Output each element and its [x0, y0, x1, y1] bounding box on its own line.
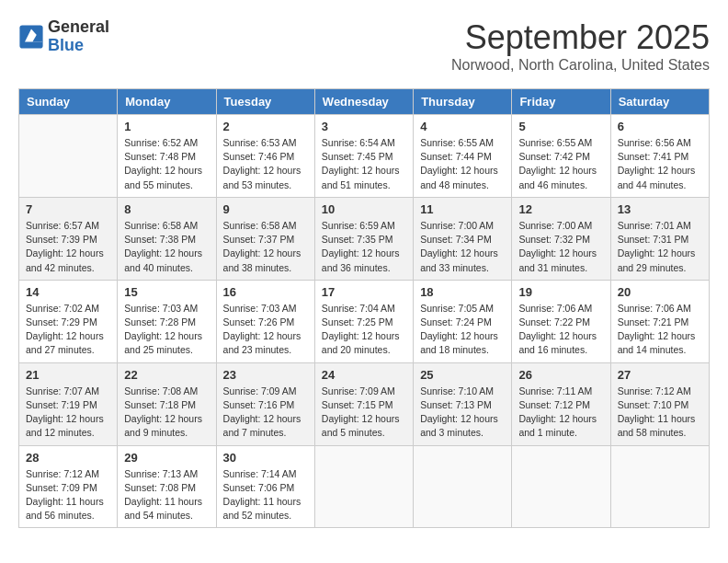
- page-header: General Blue September 2025 Norwood, Nor…: [18, 18, 710, 74]
- calendar-cell: 9Sunrise: 6:58 AMSunset: 7:37 PMDaylight…: [216, 197, 314, 280]
- calendar-header-wednesday: Wednesday: [314, 89, 413, 115]
- calendar-cell: [19, 115, 118, 198]
- day-info: Sunrise: 7:03 AMSunset: 7:28 PMDaylight:…: [124, 302, 209, 358]
- calendar-table: SundayMondayTuesdayWednesdayThursdayFrid…: [18, 88, 710, 528]
- day-number: 2: [223, 120, 308, 133]
- day-number: 6: [618, 120, 702, 133]
- calendar-header-thursday: Thursday: [414, 89, 512, 115]
- day-info: Sunrise: 6:58 AMSunset: 7:37 PMDaylight:…: [223, 219, 308, 275]
- calendar-week-row: 1Sunrise: 6:52 AMSunset: 7:48 PMDaylight…: [19, 115, 710, 198]
- day-number: 9: [223, 202, 308, 216]
- day-number: 23: [223, 368, 308, 382]
- day-number: 12: [518, 202, 603, 216]
- calendar-cell: 29Sunrise: 7:13 AMSunset: 7:08 PMDayligh…: [118, 445, 216, 528]
- day-info: Sunrise: 6:54 AMSunset: 7:45 PMDaylight:…: [322, 136, 406, 192]
- day-number: 22: [124, 368, 209, 382]
- day-info: Sunrise: 6:57 AMSunset: 7:39 PMDaylight:…: [26, 219, 110, 275]
- calendar-cell: 28Sunrise: 7:12 AMSunset: 7:09 PMDayligh…: [19, 445, 118, 528]
- day-number: 1: [124, 120, 209, 133]
- day-info: Sunrise: 7:12 AMSunset: 7:10 PMDaylight:…: [618, 385, 702, 441]
- calendar-cell: 27Sunrise: 7:12 AMSunset: 7:10 PMDayligh…: [610, 362, 709, 445]
- calendar-header-tuesday: Tuesday: [216, 89, 314, 115]
- day-info: Sunrise: 7:00 AMSunset: 7:34 PMDaylight:…: [420, 219, 505, 275]
- calendar-header-sunday: Sunday: [19, 89, 118, 115]
- calendar-cell: 19Sunrise: 7:06 AMSunset: 7:22 PMDayligh…: [512, 280, 610, 362]
- day-info: Sunrise: 7:14 AMSunset: 7:06 PMDaylight:…: [223, 467, 308, 523]
- day-info: Sunrise: 6:53 AMSunset: 7:46 PMDaylight:…: [223, 136, 308, 192]
- month-title: September 2025: [451, 18, 710, 57]
- calendar-week-row: 28Sunrise: 7:12 AMSunset: 7:09 PMDayligh…: [19, 445, 710, 528]
- day-info: Sunrise: 6:52 AMSunset: 7:48 PMDaylight:…: [124, 136, 209, 192]
- day-info: Sunrise: 7:10 AMSunset: 7:13 PMDaylight:…: [420, 385, 505, 441]
- calendar-cell: 17Sunrise: 7:04 AMSunset: 7:25 PMDayligh…: [314, 280, 413, 362]
- day-number: 19: [518, 285, 603, 299]
- day-number: 18: [420, 285, 505, 299]
- calendar-cell: 30Sunrise: 7:14 AMSunset: 7:06 PMDayligh…: [216, 445, 314, 528]
- logo-general: General: [48, 17, 109, 36]
- day-number: 30: [223, 451, 308, 465]
- calendar-cell: 10Sunrise: 6:59 AMSunset: 7:35 PMDayligh…: [314, 197, 413, 280]
- calendar-cell: 24Sunrise: 7:09 AMSunset: 7:15 PMDayligh…: [314, 362, 413, 445]
- day-number: 15: [124, 285, 209, 299]
- day-info: Sunrise: 7:07 AMSunset: 7:19 PMDaylight:…: [26, 385, 110, 441]
- day-info: Sunrise: 7:06 AMSunset: 7:21 PMDaylight:…: [618, 302, 702, 358]
- day-info: Sunrise: 7:02 AMSunset: 7:29 PMDaylight:…: [26, 302, 110, 358]
- day-number: 13: [618, 202, 702, 216]
- day-info: Sunrise: 7:13 AMSunset: 7:08 PMDaylight:…: [124, 467, 209, 523]
- calendar-cell: 2Sunrise: 6:53 AMSunset: 7:46 PMDaylight…: [216, 115, 314, 198]
- day-number: 7: [26, 202, 110, 216]
- calendar-cell: 22Sunrise: 7:08 AMSunset: 7:18 PMDayligh…: [118, 362, 216, 445]
- day-number: 14: [26, 285, 110, 299]
- day-number: 8: [124, 202, 209, 216]
- day-info: Sunrise: 7:08 AMSunset: 7:18 PMDaylight:…: [124, 385, 209, 441]
- calendar-cell: 7Sunrise: 6:57 AMSunset: 7:39 PMDaylight…: [19, 197, 118, 280]
- day-info: Sunrise: 6:55 AMSunset: 7:42 PMDaylight:…: [518, 136, 603, 192]
- day-number: 3: [322, 120, 406, 133]
- calendar-cell: 11Sunrise: 7:00 AMSunset: 7:34 PMDayligh…: [414, 197, 512, 280]
- logo-icon: [18, 24, 44, 50]
- calendar-cell: 5Sunrise: 6:55 AMSunset: 7:42 PMDaylight…: [512, 115, 610, 198]
- day-number: 24: [322, 368, 406, 382]
- day-number: 21: [26, 368, 110, 382]
- calendar-cell: 23Sunrise: 7:09 AMSunset: 7:16 PMDayligh…: [216, 362, 314, 445]
- calendar-cell: [610, 445, 709, 528]
- calendar-cell: 16Sunrise: 7:03 AMSunset: 7:26 PMDayligh…: [216, 280, 314, 362]
- day-number: 28: [26, 451, 110, 465]
- calendar-cell: 26Sunrise: 7:11 AMSunset: 7:12 PMDayligh…: [512, 362, 610, 445]
- day-number: 29: [124, 451, 209, 465]
- calendar-cell: [414, 445, 512, 528]
- calendar-cell: 15Sunrise: 7:03 AMSunset: 7:28 PMDayligh…: [118, 280, 216, 362]
- calendar-header-monday: Monday: [118, 89, 216, 115]
- calendar-cell: 21Sunrise: 7:07 AMSunset: 7:19 PMDayligh…: [19, 362, 118, 445]
- day-info: Sunrise: 7:09 AMSunset: 7:16 PMDaylight:…: [223, 385, 308, 441]
- day-info: Sunrise: 7:05 AMSunset: 7:24 PMDaylight:…: [420, 302, 505, 358]
- calendar-cell: 4Sunrise: 6:55 AMSunset: 7:44 PMDaylight…: [414, 115, 512, 198]
- calendar-week-row: 14Sunrise: 7:02 AMSunset: 7:29 PMDayligh…: [19, 280, 710, 362]
- location: Norwood, North Carolina, United States: [451, 57, 710, 74]
- calendar-cell: 18Sunrise: 7:05 AMSunset: 7:24 PMDayligh…: [414, 280, 512, 362]
- calendar-cell: 3Sunrise: 6:54 AMSunset: 7:45 PMDaylight…: [314, 115, 413, 198]
- day-number: 10: [322, 202, 406, 216]
- day-number: 11: [420, 202, 505, 216]
- calendar-cell: 13Sunrise: 7:01 AMSunset: 7:31 PMDayligh…: [610, 197, 709, 280]
- title-block: September 2025 Norwood, North Carolina, …: [451, 18, 710, 74]
- calendar-week-row: 21Sunrise: 7:07 AMSunset: 7:19 PMDayligh…: [19, 362, 710, 445]
- calendar-header-row: SundayMondayTuesdayWednesdayThursdayFrid…: [19, 89, 710, 115]
- calendar-header-saturday: Saturday: [610, 89, 709, 115]
- day-info: Sunrise: 6:56 AMSunset: 7:41 PMDaylight:…: [618, 136, 702, 192]
- day-number: 17: [322, 285, 406, 299]
- day-number: 27: [618, 368, 702, 382]
- calendar-week-row: 7Sunrise: 6:57 AMSunset: 7:39 PMDaylight…: [19, 197, 710, 280]
- logo-blue: Blue: [48, 36, 84, 54]
- day-info: Sunrise: 6:55 AMSunset: 7:44 PMDaylight:…: [420, 136, 505, 192]
- calendar-cell: 20Sunrise: 7:06 AMSunset: 7:21 PMDayligh…: [610, 280, 709, 362]
- day-info: Sunrise: 7:03 AMSunset: 7:26 PMDaylight:…: [223, 302, 308, 358]
- day-number: 4: [420, 120, 505, 133]
- day-number: 20: [618, 285, 702, 299]
- day-number: 25: [420, 368, 505, 382]
- logo: General Blue: [18, 18, 109, 55]
- calendar-cell: 1Sunrise: 6:52 AMSunset: 7:48 PMDaylight…: [118, 115, 216, 198]
- calendar-cell: [314, 445, 413, 528]
- calendar-cell: 12Sunrise: 7:00 AMSunset: 7:32 PMDayligh…: [512, 197, 610, 280]
- day-info: Sunrise: 7:06 AMSunset: 7:22 PMDaylight:…: [518, 302, 603, 358]
